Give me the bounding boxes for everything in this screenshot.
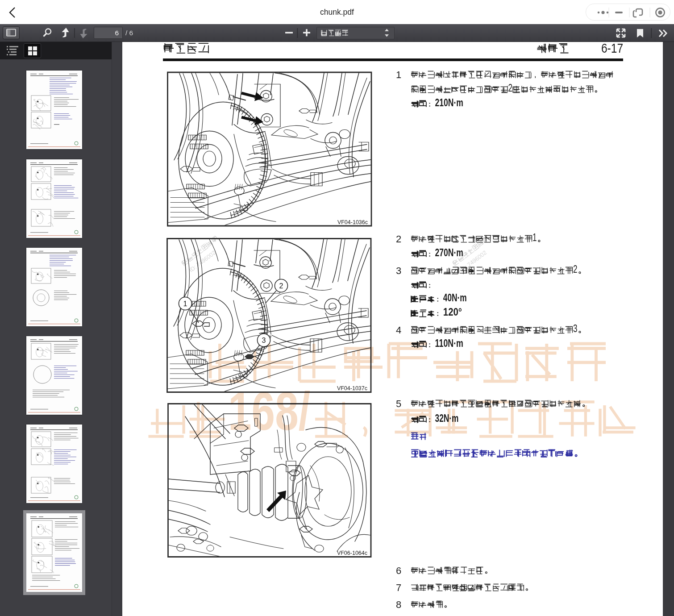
svg-text:168/: 168/ xyxy=(228,381,310,441)
svg-text:6: 6 xyxy=(115,29,119,37)
svg-text:/ 6: / 6 xyxy=(125,29,133,37)
